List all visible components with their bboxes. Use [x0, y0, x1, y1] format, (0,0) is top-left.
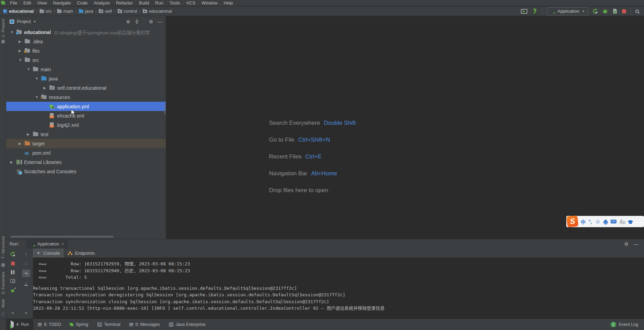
collapse-arrow-icon[interactable]: ▶ [43, 86, 50, 90]
search-everywhere-icon[interactable] [635, 10, 639, 13]
stop-button[interactable] [622, 9, 626, 13]
tree-row-idea[interactable]: ▶ .idea [6, 37, 166, 46]
event-log-button[interactable]: Event Log [619, 322, 638, 327]
locate-file-icon[interactable]: ⊕ [126, 19, 130, 24]
ime-punctuation-icon[interactable]: °, [589, 219, 592, 224]
tree-row-target[interactable]: ▶ target [6, 139, 166, 148]
menu-view[interactable]: View [34, 0, 50, 6]
tree-row-scratches[interactable]: Scratches and Consoles [6, 167, 166, 176]
gear-icon[interactable]: ⚙ [624, 241, 629, 247]
tree-row-src[interactable]: ▼ src [6, 55, 166, 65]
chevron-down-icon[interactable]: ▼ [33, 20, 36, 23]
menu-tools[interactable]: Tools [167, 0, 183, 6]
build-hammer-icon[interactable] [532, 9, 538, 14]
breadcrumb-module[interactable]: educational [2, 9, 34, 14]
tree-row-log4j2-xml[interactable]: <> log4j2.xml [6, 120, 166, 130]
more-actions-icon[interactable]: » [11, 310, 14, 315]
tree-row-libs[interactable]: ▶ libs [6, 46, 166, 55]
breadcrumb-main[interactable]: main [56, 9, 74, 14]
vertical-scrollbar[interactable] [164, 103, 165, 115]
menu-refactor[interactable]: Refactor [113, 0, 136, 6]
tab-endpoints[interactable]: Endpoints [64, 249, 99, 257]
collapse-arrow-icon[interactable]: ▶ [19, 40, 25, 43]
menu-window[interactable]: Window [198, 0, 221, 6]
run-configuration-dropdown[interactable]: Application ▼ [547, 7, 588, 15]
menu-navigate[interactable]: Navigate [50, 0, 74, 6]
debug-bug-icon[interactable] [602, 9, 608, 14]
stripe-item-project[interactable]: 1: Project [1, 19, 5, 37]
menu-file[interactable]: File [7, 0, 20, 6]
tree-row-ehcache-xml[interactable]: <> ehcache.xml [6, 111, 166, 120]
stop-button[interactable] [11, 262, 15, 265]
collapse-arrow-icon[interactable]: ▶ [19, 142, 25, 145]
statusbar-java-enterprise[interactable]: Java Enterprise [164, 319, 210, 330]
breadcrumb-self[interactable]: self [98, 9, 112, 14]
tree-row-resources[interactable]: ▼ resources [6, 92, 166, 102]
rerun-button[interactable] [10, 252, 15, 257]
ime-emoji-icon[interactable]: ☺ [595, 219, 601, 225]
tree-row-external-libraries[interactable]: ▶ External Libraries [6, 157, 166, 167]
statusbar-spring[interactable]: Spring [65, 319, 93, 330]
sogou-logo-icon[interactable]: S [566, 215, 578, 227]
tree-label: resources [49, 95, 70, 100]
collapse-arrow-icon[interactable]: ▶ [10, 160, 17, 164]
tree-row-educational[interactable]: ▼ educational G:\shejiing\基于springboot v… [6, 28, 166, 37]
stripe-item-web[interactable]: Web [1, 299, 5, 308]
menu-build[interactable]: Build [136, 0, 152, 6]
more-options-icon[interactable]: » [25, 310, 27, 315]
soft-wrap-toggle[interactable]: ↵ [22, 270, 30, 277]
ime-keyboard-icon[interactable] [611, 220, 616, 223]
statusbar-messages[interactable]: 0: Messages [125, 319, 164, 330]
ime-skin-icon[interactable] [628, 220, 633, 224]
breadcrumb-educational[interactable]: educational [142, 9, 173, 14]
collapse-all-icon[interactable] [135, 19, 139, 24]
horizontal-scrollbar[interactable] [10, 236, 114, 238]
ime-voice-icon[interactable] [604, 220, 607, 223]
expand-arrow-icon[interactable]: ▼ [27, 67, 33, 71]
open-in-window-icon[interactable] [521, 9, 527, 14]
expand-arrow-icon[interactable]: ▼ [19, 58, 25, 62]
statusbar-todo[interactable]: 6: TODO [33, 319, 66, 330]
menu-help[interactable]: Help [221, 0, 236, 6]
statusbar-terminal[interactable]: Terminal [93, 319, 125, 330]
run-tab-application[interactable]: Application × [26, 239, 68, 249]
rerun-button[interactable] [592, 9, 598, 14]
menu-code[interactable]: Code [74, 0, 91, 6]
breadcrumb-src[interactable]: src [39, 9, 52, 14]
project-panel-title[interactable]: Project [17, 19, 31, 24]
tree-row-package[interactable]: ▶ self.control.educational [6, 83, 166, 92]
hide-panel-icon[interactable]: — [158, 19, 162, 24]
ime-toolbox-icon[interactable]: 21 [620, 219, 625, 224]
hide-panel-icon[interactable]: — [634, 241, 638, 247]
statusbar-run[interactable]: 4: Run [6, 319, 33, 330]
tree-row-java[interactable]: ▼ java [6, 74, 166, 83]
menu-edit[interactable]: Edit [20, 0, 34, 6]
tree-row-pom-xml[interactable]: m pom.xml [6, 148, 166, 157]
tab-console[interactable]: Console [33, 249, 64, 257]
stripe-item-structure[interactable]: 7: Structure [1, 236, 5, 258]
breadcrumb-control[interactable]: control [117, 9, 138, 14]
console-output[interactable]: <== Row: 1631521792939, 物理, 2023-03-08 0… [33, 257, 644, 319]
stripe-item-favorites[interactable]: 2: Favorites [1, 272, 5, 294]
running-dot [553, 12, 555, 14]
menu-vcs[interactable]: VCS [183, 0, 198, 6]
menu-analyze[interactable]: Analyze [91, 0, 113, 6]
shortcut-label: Navigation Bar [269, 170, 308, 177]
pause-output-button[interactable] [11, 270, 14, 274]
tree-row-test[interactable]: ▶ test [6, 130, 166, 139]
collapse-arrow-icon[interactable]: ▶ [27, 132, 33, 136]
scroll-to-end-icon[interactable]: ↓ [24, 281, 28, 286]
ime-language-mode[interactable]: 中 [581, 218, 586, 225]
run-with-coverage-icon[interactable] [612, 9, 618, 14]
expand-arrow-icon[interactable]: ▼ [35, 77, 41, 80]
up-stack-trace-icon[interactable]: ↑ [25, 252, 28, 256]
thread-dump-camera-icon[interactable] [10, 279, 15, 283]
gear-icon[interactable]: ⚙ [149, 19, 153, 24]
breadcrumb-java[interactable]: java [78, 9, 94, 14]
down-stack-trace-icon[interactable]: ↓ [25, 261, 28, 265]
tree-row-main[interactable]: ▼ main [6, 65, 166, 74]
attach-debugger-icon[interactable]: ↗ [10, 288, 15, 293]
close-icon[interactable]: × [62, 241, 64, 246]
menu-run[interactable]: Run [152, 0, 167, 6]
tree-row-application-yml[interactable]: application.yml [6, 102, 166, 111]
